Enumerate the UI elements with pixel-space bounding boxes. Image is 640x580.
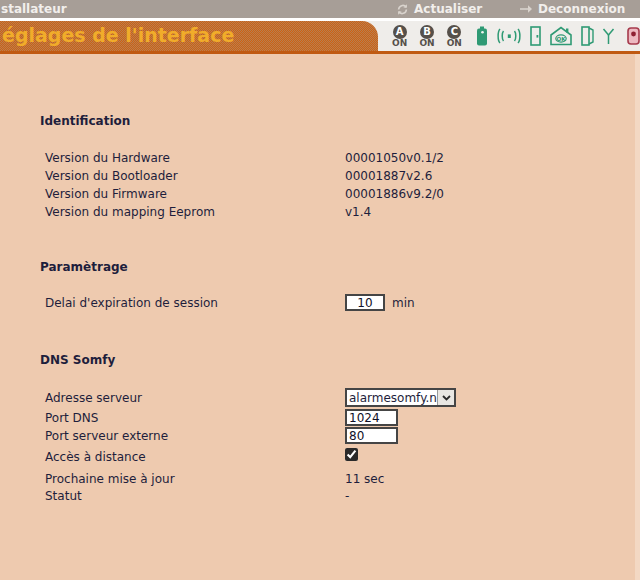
server-address-label: Adresse serveur — [45, 391, 142, 405]
server-address-select[interactable]: alarmesomfy.net — [345, 388, 456, 407]
radio-signal-icon — [496, 28, 522, 44]
port-dns-label: Port DNS — [45, 411, 98, 425]
header-band: églages de l'interface A ON B ON C ON — [0, 21, 640, 54]
table-row: Version du Bootloader 00001887v2.6 — [0, 169, 640, 187]
next-update-value: 11 sec — [345, 472, 384, 486]
logged-user-label: stallateur — [1, 1, 67, 17]
remote-access-row: Accès à distance — [0, 450, 640, 468]
door-open-icon — [581, 26, 594, 46]
status-row: Statut - — [0, 489, 640, 507]
bootloader-version-label: Version du Bootloader — [45, 169, 178, 183]
session-timeout-label: Delai d'expiration de session — [45, 296, 218, 310]
bootloader-version-value: 00001887v2.6 — [345, 169, 432, 183]
main-content: Identification Version du Hardware 00001… — [0, 54, 640, 580]
table-row: Version du Firmware 00001886v9.2/0 — [0, 187, 640, 205]
table-row: Version du Hardware 00001050v0.1/2 — [0, 151, 640, 169]
top-bar: stallateur Actualiser Deconnexion — [0, 0, 640, 18]
zone-c-indicator: C ON — [447, 25, 462, 48]
hardware-version-label: Version du Hardware — [45, 151, 170, 165]
zone-c-icon: C — [447, 25, 461, 39]
section-heading-identification: Identification — [40, 114, 130, 128]
firmware-version-label: Version du Firmware — [45, 187, 167, 201]
logout-link[interactable]: Deconnexion — [519, 1, 625, 17]
page-title: églages de l'interface — [2, 24, 234, 46]
refresh-icon — [396, 3, 409, 16]
status-icon-strip: A ON B ON C ON — [378, 21, 640, 51]
zone-a-state: ON — [392, 39, 407, 48]
zone-a-indicator: A ON — [392, 25, 407, 48]
server-address-value: alarmesomfy.net — [347, 391, 437, 405]
battery-icon — [476, 26, 488, 46]
remote-access-checkbox[interactable] — [345, 448, 358, 461]
zone-a-icon: A — [393, 25, 407, 39]
zone-b-icon: B — [420, 25, 434, 39]
arrow-right-icon — [519, 4, 533, 14]
svg-text:OK: OK — [556, 36, 566, 42]
port-external-input[interactable] — [345, 427, 398, 444]
chevron-down-icon — [437, 390, 454, 405]
session-timeout-input[interactable] — [345, 294, 385, 311]
refresh-link[interactable]: Actualiser — [396, 1, 482, 17]
next-update-row: Prochaine mise à jour 11 sec — [0, 472, 640, 490]
next-update-label: Prochaine mise à jour — [45, 472, 175, 486]
firmware-version-value: 00001886v9.2/0 — [345, 187, 444, 201]
port-external-label: Port serveur externe — [45, 429, 168, 443]
session-timeout-unit: min — [392, 296, 415, 310]
status-label: Statut — [45, 489, 82, 503]
table-row: Version du mapping Eeprom v1.4 — [0, 205, 640, 223]
antenna-icon — [602, 28, 615, 45]
section-heading-parametrage: Paramètrage — [40, 260, 128, 274]
status-value: - — [345, 489, 349, 503]
remote-access-label: Accès à distance — [45, 450, 146, 464]
zone-b-state: ON — [419, 39, 434, 48]
port-external-row: Port serveur externe — [0, 429, 640, 447]
logout-label: Deconnexion — [538, 1, 625, 17]
zone-b-indicator: B ON — [419, 25, 434, 48]
session-timeout-row: Delai d'expiration de session — [0, 296, 640, 314]
hardware-version-value: 00001050v0.1/2 — [345, 151, 444, 165]
eeprom-mapping-label: Version du mapping Eeprom — [45, 205, 215, 219]
orange-ribbon: églages de l'interface — [0, 21, 378, 51]
house-ok-icon: OK — [549, 26, 573, 46]
server-address-row: Adresse serveur — [0, 391, 640, 409]
port-dns-row: Port DNS — [0, 411, 640, 429]
zone-c-state: ON — [447, 39, 462, 48]
eeprom-mapping-value: v1.4 — [345, 205, 371, 219]
siren-icon — [627, 27, 640, 45]
port-dns-input[interactable] — [345, 409, 398, 426]
refresh-label: Actualiser — [414, 1, 482, 17]
section-heading-dns: DNS Somfy — [40, 353, 115, 367]
door-closed-icon — [530, 26, 541, 46]
